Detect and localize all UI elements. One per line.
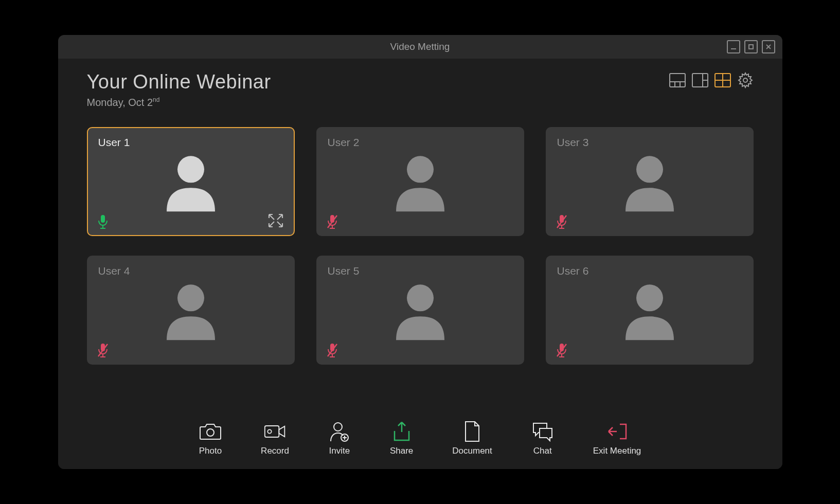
chat-label: Chat <box>533 446 552 456</box>
participant-name: User 5 <box>328 265 360 277</box>
meeting-title: Your Online Webinar <box>87 71 271 93</box>
window-controls <box>727 40 775 53</box>
participant-name: User 3 <box>557 136 589 149</box>
participant-grid: User 1User 2User 3User 4User 5User 6 <box>87 127 754 365</box>
invite-button[interactable]: Invite <box>328 421 351 456</box>
svg-point-19 <box>407 156 434 183</box>
share-label: Share <box>390 446 413 456</box>
avatar-icon <box>387 150 454 219</box>
participant-tile[interactable]: User 6 <box>546 256 754 365</box>
mic-muted-icon[interactable] <box>97 343 109 357</box>
svg-point-46 <box>267 429 271 433</box>
participant-tile[interactable]: User 2 <box>316 127 524 236</box>
header: Your Online Webinar Monday, Oct 2nd <box>87 71 754 109</box>
main-content: Your Online Webinar Monday, Oct 2nd <box>58 59 782 412</box>
mic-on-icon[interactable] <box>97 214 109 229</box>
share-icon <box>390 421 413 442</box>
svg-rect-16 <box>101 215 105 223</box>
expand-icon[interactable] <box>267 213 284 228</box>
avatar-icon <box>387 278 454 347</box>
participant-name: User 2 <box>328 136 360 149</box>
svg-point-47 <box>334 423 342 431</box>
mic-muted-icon[interactable] <box>327 214 338 229</box>
meeting-info: Your Online Webinar Monday, Oct 2nd <box>87 71 271 109</box>
svg-point-24 <box>636 156 663 183</box>
document-label: Document <box>452 446 492 456</box>
app-window: Video Metting Your Online Webinar Monday… <box>58 35 782 469</box>
camera-icon <box>199 421 222 442</box>
minimize-button[interactable] <box>727 40 740 53</box>
title-bar: Video Metting <box>58 35 782 59</box>
participant-name: User 4 <box>98 265 130 277</box>
document-button[interactable]: Document <box>452 421 492 456</box>
avatar-icon <box>616 150 683 219</box>
layout-grid-icon[interactable] <box>714 73 731 87</box>
avatar-icon <box>157 150 224 219</box>
photo-label: Photo <box>199 446 222 456</box>
mic-muted-icon[interactable] <box>327 343 338 357</box>
svg-point-14 <box>743 78 747 82</box>
document-icon <box>461 421 484 442</box>
record-button[interactable]: Record <box>261 421 289 456</box>
participant-name: User 6 <box>557 265 589 277</box>
record-label: Record <box>261 446 289 456</box>
participant-tile[interactable]: User 3 <box>546 127 754 236</box>
meeting-date: Monday, Oct 2nd <box>87 96 271 109</box>
avatar-icon <box>157 278 224 347</box>
share-button[interactable]: Share <box>390 421 413 456</box>
avatar-icon <box>616 278 683 347</box>
chat-button[interactable]: Chat <box>531 421 554 456</box>
svg-rect-1 <box>749 45 753 49</box>
exit-meeting-button[interactable]: Exit Meeting <box>593 421 641 456</box>
mic-muted-icon[interactable] <box>556 343 567 357</box>
invite-icon <box>328 421 351 442</box>
layout-controls <box>669 72 754 88</box>
layout-speaker-icon[interactable] <box>669 73 686 87</box>
svg-point-34 <box>407 284 434 311</box>
record-icon <box>264 421 287 442</box>
participant-tile[interactable]: User 4 <box>87 256 295 365</box>
window-title: Video Metting <box>390 41 450 52</box>
close-button[interactable] <box>762 40 775 53</box>
settings-icon[interactable] <box>737 72 754 88</box>
maximize-button[interactable] <box>744 40 758 53</box>
svg-point-39 <box>636 284 663 311</box>
participant-name: User 1 <box>98 136 130 149</box>
svg-point-29 <box>177 284 204 311</box>
bottom-toolbar: Photo Record I <box>58 412 782 469</box>
participant-tile[interactable]: User 1 <box>87 127 295 236</box>
exit-label: Exit Meeting <box>593 446 641 456</box>
svg-rect-4 <box>670 74 685 87</box>
participant-tile[interactable]: User 5 <box>316 256 524 365</box>
svg-point-44 <box>207 429 214 436</box>
chat-icon <box>531 421 554 442</box>
invite-label: Invite <box>329 446 350 456</box>
svg-point-15 <box>177 156 204 183</box>
exit-icon <box>606 421 629 442</box>
layout-sidebar-icon[interactable] <box>692 73 708 87</box>
mic-muted-icon[interactable] <box>556 214 567 229</box>
photo-button[interactable]: Photo <box>199 421 222 456</box>
